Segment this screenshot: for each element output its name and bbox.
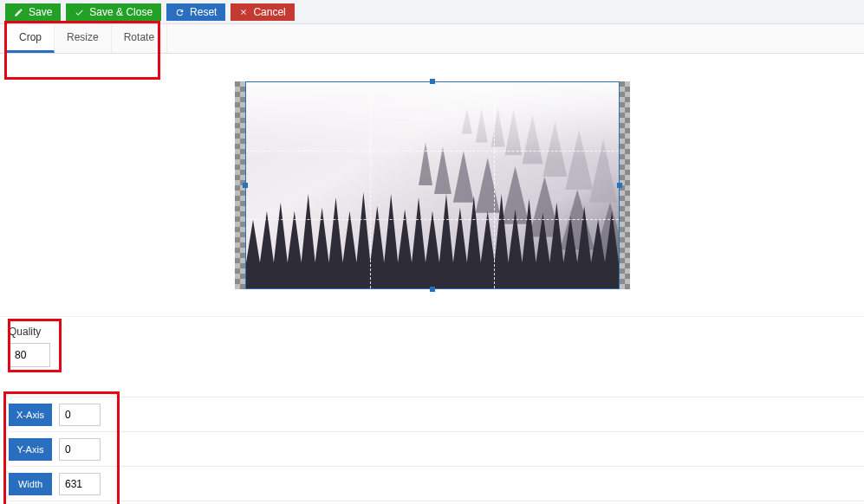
- crop-handle-right[interactable]: [617, 183, 622, 188]
- save-label: Save: [29, 6, 52, 18]
- edit-icon: [14, 8, 23, 17]
- crop-area[interactable]: [245, 81, 620, 289]
- y-axis-label: Y-Axis: [17, 444, 44, 455]
- tab-resize-label: Resize: [67, 31, 99, 43]
- quality-section: Quality: [0, 317, 864, 367]
- image-canvas[interactable]: [245, 81, 620, 289]
- reset-button[interactable]: Reset: [166, 3, 225, 21]
- tab-crop[interactable]: Crop: [7, 24, 55, 53]
- quality-label: Quality: [9, 326, 855, 338]
- crop-handle-left[interactable]: [243, 183, 248, 188]
- tab-rotate-label: Rotate: [124, 31, 154, 43]
- forest-image: [246, 82, 619, 288]
- tab-rotate[interactable]: Rotate: [112, 24, 167, 53]
- x-axis-input[interactable]: [59, 404, 101, 426]
- tab-resize[interactable]: Resize: [55, 24, 112, 53]
- svg-rect-1: [246, 82, 619, 211]
- image-stage: [0, 54, 864, 317]
- crop-handle-top[interactable]: [430, 79, 435, 84]
- close-icon: [239, 8, 248, 16]
- tabs-container: Crop Resize Rotate: [0, 24, 864, 54]
- check-icon: [75, 8, 84, 17]
- y-axis-button[interactable]: Y-Axis: [9, 438, 52, 461]
- save-close-button[interactable]: Save & Close: [66, 3, 161, 21]
- dimensions-section: X-Axis Y-Axis Width Height: [0, 397, 864, 504]
- quality-input[interactable]: [9, 343, 50, 367]
- row-height: Height: [9, 501, 864, 504]
- cancel-label: Cancel: [253, 6, 285, 18]
- width-button[interactable]: Width: [9, 473, 52, 495]
- tab-crop-label: Crop: [19, 31, 42, 43]
- reset-label: Reset: [190, 6, 217, 18]
- refresh-icon: [175, 8, 185, 17]
- row-y-axis: Y-Axis: [9, 431, 864, 466]
- crop-handle-bottom[interactable]: [430, 287, 435, 292]
- x-axis-label: X-Axis: [16, 410, 44, 420]
- save-button[interactable]: Save: [5, 3, 61, 21]
- cancel-button[interactable]: Cancel: [231, 3, 294, 21]
- row-x-axis: X-Axis: [9, 397, 864, 431]
- x-axis-button[interactable]: X-Axis: [9, 404, 52, 426]
- width-label: Width: [18, 479, 42, 489]
- width-input[interactable]: [59, 473, 101, 495]
- top-toolbar: Save Save & Close Reset Cancel: [0, 0, 864, 24]
- save-close-label: Save & Close: [89, 6, 153, 18]
- row-width: Width: [9, 466, 864, 501]
- y-axis-input[interactable]: [59, 438, 101, 461]
